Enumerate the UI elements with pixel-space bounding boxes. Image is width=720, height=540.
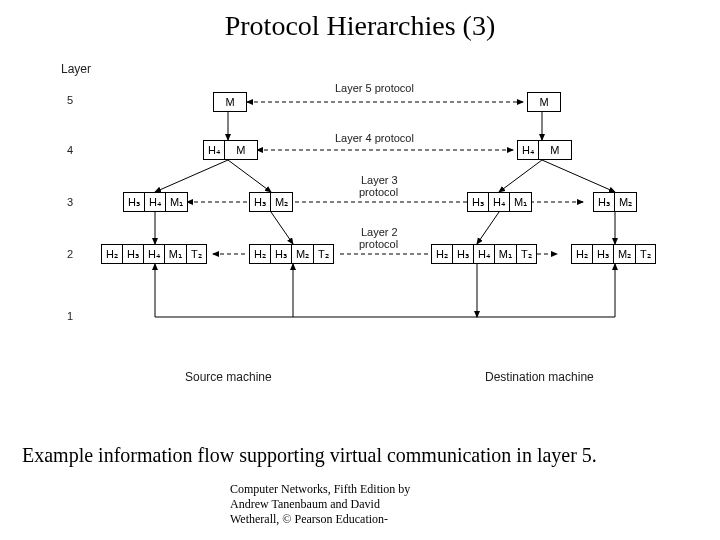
layer-label: Layer	[61, 62, 91, 76]
svg-line-10	[155, 160, 228, 192]
l3-left-b-box: H₃M₂	[249, 192, 293, 212]
svg-line-13	[542, 160, 615, 192]
slide-footer: Computer Networks, Fifth Edition by Andr…	[230, 482, 410, 527]
l3-right-a-box: H₃H₄M₁	[467, 192, 532, 212]
l2-left-a-box: H₂H₃H₄M₁T₂	[101, 244, 207, 264]
l2-right-b-box: H₂H₃M₂T₂	[571, 244, 656, 264]
l4-right-box: H₄ M	[517, 140, 572, 160]
layer3-protocol-label-a: Layer 3	[361, 174, 398, 186]
l5-right-box: M	[527, 92, 561, 112]
layer3-protocol-label-b: protocol	[359, 186, 398, 198]
slide-caption: Example information flow supporting virt…	[0, 444, 720, 467]
l5-left-box: M	[213, 92, 247, 112]
layer2-protocol-label-a: Layer 2	[361, 226, 398, 238]
svg-line-15	[271, 212, 293, 244]
l3-left-a-box: H₃H₄M₁	[123, 192, 188, 212]
layer-1-label: 1	[67, 310, 73, 322]
source-machine-label: Source machine	[185, 370, 272, 384]
layer-2-label: 2	[67, 248, 73, 260]
svg-line-16	[477, 212, 499, 244]
layer-4-label: 4	[67, 144, 73, 156]
protocol-diagram: Layer 5 4 3 2 1 Layer 5 protocol Layer 4…	[55, 62, 710, 422]
footer-line2: Andrew Tanenbaum and David	[230, 497, 410, 512]
slide-title: Protocol Hierarchies (3)	[0, 10, 720, 42]
svg-line-12	[499, 160, 542, 192]
l3-right-b-box: H₃M₂	[593, 192, 637, 212]
layer4-protocol-label: Layer 4 protocol	[335, 132, 414, 144]
layer-5-label: 5	[67, 94, 73, 106]
l2-left-b-box: H₂H₃M₂T₂	[249, 244, 334, 264]
footer-line3: Wetherall, © Pearson Education-	[230, 512, 410, 527]
l4-left-box: H₄ M	[203, 140, 258, 160]
layer-3-label: 3	[67, 196, 73, 208]
l2-right-a-box: H₂H₃H₄M₁T₂	[431, 244, 537, 264]
layer2-protocol-label-b: protocol	[359, 238, 398, 250]
svg-line-11	[228, 160, 271, 192]
destination-machine-label: Destination machine	[485, 370, 594, 384]
footer-line1: Computer Networks, Fifth Edition by	[230, 482, 410, 497]
layer5-protocol-label: Layer 5 protocol	[335, 82, 414, 94]
